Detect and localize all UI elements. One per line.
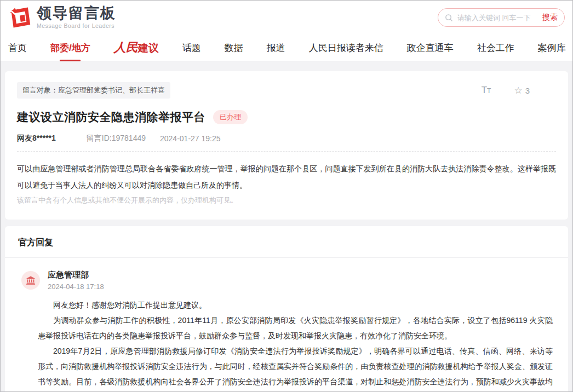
nav-brand-script: 人民 — [114, 40, 138, 54]
site-logo-text: 领导留言板 Message Board for Leaders — [37, 6, 116, 29]
agency-avatar — [21, 271, 40, 290]
nav-item-gov-biz-express[interactable]: 政企直通车 — [407, 42, 454, 54]
nav-item-topics[interactable]: 话题 — [182, 42, 201, 54]
privacy-note: 该留言中含有个人信息或其他不便公开展示的内容，仅办理机构可见。 — [17, 195, 556, 205]
nav-item-home[interactable]: 首页 — [8, 42, 27, 54]
nav-item-readers-letters[interactable]: 人民日报读者来信 — [309, 42, 383, 54]
nav-brand-bold: 建议 — [138, 42, 159, 54]
reply-author-info: 应急管理部 2024-04-18 17:18 — [48, 270, 104, 291]
search-input[interactable] — [457, 14, 538, 22]
reply-date: 2024-04-18 17:18 — [48, 283, 104, 291]
message-content: 可以由应急管理部或者消防管理总局联合各省委省政府统一管理，举报的问题在那个县区，… — [17, 160, 556, 193]
message-date: 2024-01-27 19:25 — [160, 134, 221, 143]
page-body: 留言对象：应急管理部党委书记、部长王祥喜 TT ☆ 3 建议设立消防安全隐患消除… — [1, 61, 572, 392]
reply-section-title: 官方回复 — [18, 238, 53, 247]
nav-item-peoples-suggestions[interactable]: 人民建议 — [114, 39, 159, 56]
message-card: 留言对象：应急管理部党委书记、部长王祥喜 TT ☆ 3 建议设立消防安全隐患消除… — [5, 71, 568, 220]
nav-item-ministries-local[interactable]: 部委/地方 — [50, 42, 90, 54]
official-reply-card: 官方回复 应急管理部 2024-04-18 — [5, 226, 568, 392]
status-badge: 已办理 — [213, 110, 248, 124]
reply-paragraph: 2019年7月2日，原应急管理部消防救援局修订印发《消防安全违法行为举报投诉奖励… — [38, 343, 553, 392]
nav-item-data[interactable]: 数据 — [225, 42, 243, 54]
message-author: 网友8*****1 — [17, 134, 56, 143]
search-box[interactable]: 搜索 — [438, 8, 565, 27]
message-id: 留言ID:19781449 — [87, 134, 146, 143]
message-target-tag: 留言对象：应急管理部党委书记、部长王祥喜 — [17, 82, 170, 99]
message-board-logo-icon — [8, 6, 31, 29]
reply-section-header: 官方回复 — [5, 226, 568, 258]
site-title: 领导留言板 — [37, 6, 116, 21]
reply-author-row: 应急管理部 2024-04-18 17:18 — [21, 270, 555, 291]
site-logo[interactable]: 领导留言板 Message Board for Leaders — [8, 6, 116, 29]
main-nav: 首页 部委/地方 人民建议 话题 数据 报道 人民日报读者来信 政企直通车 社会… — [1, 34, 572, 61]
reply-paragraph: 为调动群众参与消防工作的积极性，2011年11月，原公安部消防局印发《火灾隐患举… — [38, 313, 553, 343]
message-meta: 网友8*****1 留言ID:19781449 2024-01-27 19:25 — [17, 134, 556, 152]
search-icon — [445, 14, 453, 22]
nav-item-social-work[interactable]: 社会工作 — [477, 42, 514, 54]
message-title: 建议设立消防安全隐患消除举报平台 — [17, 109, 205, 125]
search-button[interactable]: 搜索 — [542, 13, 558, 22]
nav-item-case-library[interactable]: 案例库 — [538, 42, 566, 54]
message-title-row: 建议设立消防安全隐患消除举报平台 已办理 — [17, 109, 556, 125]
reply-body: 网友您好！感谢您对消防工作提出意见建议。 为调动群众参与消防工作的积极性，201… — [21, 297, 555, 392]
reply-item: 应急管理部 2024-04-18 17:18 网友您好！感谢您对消防工作提出意见… — [5, 258, 568, 392]
government-building-icon — [26, 275, 36, 285]
site-subtitle: Message Board for Leaders — [37, 22, 116, 29]
reply-paragraph: 网友您好！感谢您对消防工作提出意见建议。 — [38, 297, 553, 313]
star-icon: ☆ — [514, 86, 522, 95]
font-size-toggle-icon[interactable]: TT — [482, 85, 491, 96]
page-header: 领导留言板 Message Board for Leaders 搜索 — [1, 1, 572, 34]
nav-item-reports[interactable]: 报道 — [267, 42, 285, 54]
star-count: 3 — [525, 86, 530, 95]
message-topline: 留言对象：应急管理部党委书记、部长王祥喜 TT ☆ 3 — [17, 82, 556, 99]
reply-agency-name: 应急管理部 — [48, 270, 104, 280]
message-tools: TT ☆ 3 — [482, 85, 556, 96]
favorite-control[interactable]: ☆ 3 — [514, 86, 530, 95]
